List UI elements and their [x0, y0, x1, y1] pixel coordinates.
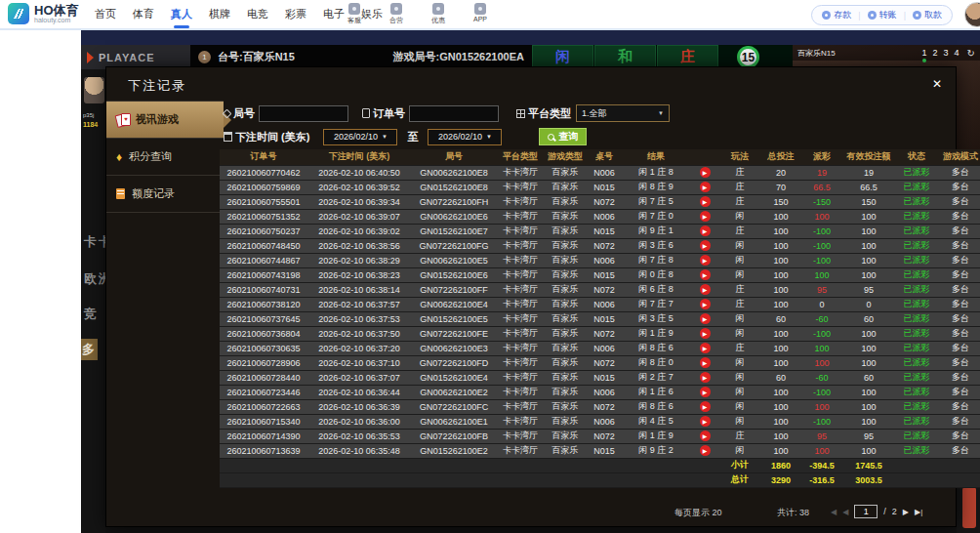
sidebar-item-points[interactable]: ♦ 积分查询	[106, 139, 224, 176]
camera-1[interactable]: 1	[922, 48, 927, 58]
cell-time: 2026-02-10 06:38:23	[307, 267, 411, 282]
cell-result: 闲 3 庄 5	[622, 311, 690, 326]
replay-icon[interactable]: ▶	[700, 387, 711, 397]
camera-3[interactable]: 3	[944, 48, 949, 58]
replay-icon[interactable]: ▶	[700, 182, 711, 192]
menu-item-esports[interactable]: 电竞	[247, 0, 268, 28]
user-avatar[interactable]	[964, 2, 980, 27]
replay-icon[interactable]: ▶	[700, 240, 711, 251]
cell-total-bet: 100	[760, 399, 801, 414]
lobby-item-europe[interactable]: 欧洲	[84, 270, 105, 288]
replay-icon[interactable]: ▶	[700, 328, 711, 339]
replay-icon[interactable]: ▶	[700, 284, 711, 295]
brand-logo[interactable]: HO体育 halouty.com	[8, 3, 79, 24]
replay-icon[interactable]: ▶	[700, 430, 711, 441]
quick-promo[interactable]: 优惠	[424, 3, 453, 25]
replay-icon[interactable]: ▶	[700, 226, 711, 236]
current-page-box[interactable]: 1	[854, 505, 878, 518]
menu-item-home[interactable]: 首页	[95, 0, 116, 28]
menu-item-sports[interactable]: 体育	[133, 0, 154, 28]
deposit-button[interactable]: 存款	[822, 9, 851, 21]
cell-result: 闲 1 庄 8	[622, 165, 690, 180]
withdraw-button[interactable]: 取款	[913, 9, 942, 21]
cell-bet-type: 庄	[719, 194, 760, 209]
camera-4[interactable]: 4	[955, 48, 960, 58]
sidebar-item-credit-records[interactable]: 额度记录	[106, 176, 224, 213]
next-page-icon[interactable]: ▶	[903, 508, 909, 516]
cell-order: 260210060715340	[220, 414, 307, 429]
brand-domain: halouty.com	[34, 17, 79, 23]
cell-round: GN015262100E2	[411, 443, 497, 458]
quick-app[interactable]: APP	[466, 3, 495, 25]
order-input[interactable]	[409, 105, 499, 122]
cell-total-bet: 100	[760, 224, 801, 238]
cell-order: 260210060713639	[220, 443, 307, 458]
cell-valid-bet: 100	[842, 224, 895, 238]
cell-mode: 多台	[938, 326, 980, 341]
cell-valid-bet: 100	[842, 355, 895, 370]
side-float-badge[interactable]	[962, 487, 976, 528]
replay-icon[interactable]: ▶	[700, 357, 711, 368]
camera-2[interactable]: 2	[933, 48, 938, 58]
replay-icon[interactable]: ▶	[700, 401, 711, 412]
replay-icon[interactable]: ▶	[700, 299, 711, 309]
replay-icon[interactable]: ▶	[700, 313, 711, 324]
lobby-item-speed[interactable]: 竞	[84, 306, 99, 323]
col-order: 订单号	[220, 149, 307, 165]
platform-select[interactable]: 1.全部 ▼	[576, 104, 670, 122]
replay-icon[interactable]: ▶	[700, 211, 711, 222]
cell-replay: ▶	[690, 297, 719, 311]
prev-page-icon[interactable]: ◀	[842, 508, 848, 516]
withdraw-label: 取款	[924, 9, 942, 21]
refresh-icon[interactable]: ↻	[967, 48, 975, 59]
partnership-icon	[390, 3, 402, 15]
sidebar-item-video-games[interactable]: 视讯游戏	[106, 102, 224, 139]
cell-platform: 卡卡湾厅	[497, 385, 544, 399]
cell-round: GN015262100E5	[411, 311, 497, 326]
table-label: 台号:百家乐N15	[218, 50, 295, 64]
cell-time: 2026-02-10 06:38:14	[307, 282, 411, 297]
replay-icon[interactable]: ▶	[700, 167, 711, 178]
replay-icon[interactable]: ▶	[700, 269, 711, 280]
round-input[interactable]	[259, 105, 348, 122]
cell-payout: 100	[801, 443, 842, 458]
menu-item-live[interactable]: 真人	[171, 0, 192, 28]
menu-item-chess[interactable]: 棋牌	[209, 0, 230, 28]
cell-round: GN006262100E8	[411, 165, 497, 180]
replay-icon[interactable]: ▶	[700, 343, 711, 353]
menu-item-lottery[interactable]: 彩票	[285, 0, 306, 28]
transfer-button[interactable]: 转账	[868, 9, 897, 21]
cell-result: 闲 9 庄 1	[622, 224, 690, 238]
search-button[interactable]: 查询	[539, 128, 587, 145]
replay-icon[interactable]: ▶	[700, 416, 711, 427]
cell-payout: -100	[801, 238, 842, 253]
table-row: 2602100607306352026-02-10 06:37:20GN0062…	[220, 341, 980, 355]
replay-icon[interactable]: ▶	[700, 196, 711, 207]
replay-icon[interactable]: ▶	[700, 445, 711, 456]
quick-partnership[interactable]: 合营	[382, 3, 411, 25]
cell-valid-bet: 100	[842, 443, 895, 458]
quick-support[interactable]: 客服	[340, 3, 369, 25]
cell-result: 闲 7 庄 0	[622, 209, 690, 224]
date-from-select[interactable]: 2026/02/10 ▼	[323, 129, 397, 145]
cell-mode: 多台	[938, 238, 980, 253]
close-icon[interactable]: ✕	[932, 77, 942, 91]
brand-name: HO体育	[34, 4, 79, 17]
to-label: 至	[407, 130, 418, 144]
last-page-icon[interactable]: ▶|	[915, 508, 922, 516]
lobby-item-multi[interactable]: 多	[81, 339, 98, 360]
first-page-icon[interactable]: ◀	[831, 508, 837, 516]
cell-order: 260210060750237	[220, 224, 307, 238]
lobby-item-kaka[interactable]: 卡卡	[84, 233, 105, 251]
cell-time: 2026-02-10 06:39:34	[307, 194, 411, 209]
replay-icon[interactable]: ▶	[700, 372, 711, 383]
cell-payout: 66.5	[801, 180, 842, 194]
cell-platform: 卡卡湾厅	[497, 165, 544, 180]
cell-status: 已派彩	[895, 385, 938, 399]
cell-order: 260210060751352	[220, 209, 307, 224]
cell-game: 百家乐	[544, 385, 587, 399]
cell-table-no: N006	[587, 165, 622, 180]
cell-result: 闲 3 庄 6	[622, 238, 690, 253]
date-to-select[interactable]: 2026/02/10 ▼	[428, 129, 502, 145]
replay-icon[interactable]: ▶	[700, 255, 711, 266]
